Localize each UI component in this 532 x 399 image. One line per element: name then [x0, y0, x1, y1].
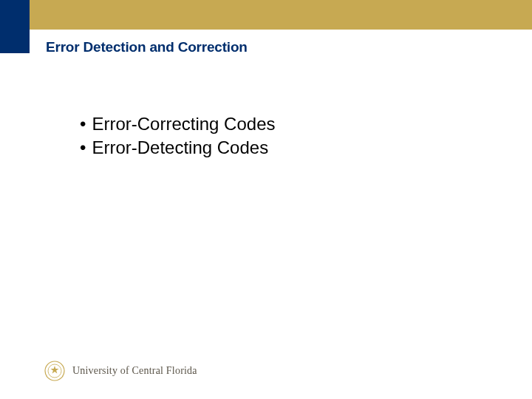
- footer: University of Central Florida: [44, 361, 197, 381]
- bullet-icon: •: [80, 113, 86, 135]
- list-item: • Error-Detecting Codes: [80, 137, 275, 159]
- bullet-text: Error-Detecting Codes: [92, 137, 268, 159]
- slide-content: • Error-Correcting Codes • Error-Detecti…: [80, 113, 275, 160]
- university-seal-icon: [44, 361, 65, 381]
- header-blue-block: [0, 0, 30, 53]
- slide: Error Detection and Correction • Error-C…: [0, 0, 532, 399]
- list-item: • Error-Correcting Codes: [80, 113, 275, 135]
- slide-title: Error Detection and Correction: [46, 39, 248, 55]
- bullet-text: Error-Correcting Codes: [92, 113, 275, 135]
- university-name: University of Central Florida: [72, 365, 197, 377]
- header-gold-bar: [0, 0, 532, 30]
- bullet-icon: •: [80, 137, 86, 159]
